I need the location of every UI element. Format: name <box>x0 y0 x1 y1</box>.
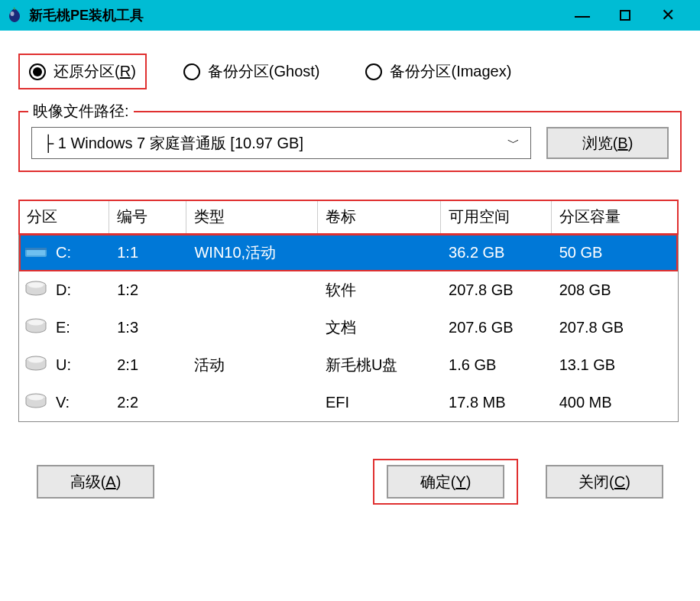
radio-restore-partition[interactable]: 还原分区(R) <box>18 54 147 89</box>
browse-button[interactable]: 浏览(B) <box>546 127 669 159</box>
cell-free: 17.8 MB <box>441 384 552 421</box>
ok-button[interactable]: 确定(Y) <box>387 465 504 499</box>
cell-type <box>186 384 317 421</box>
radio-label: 备份分区(Imagex) <box>390 61 511 82</box>
advanced-button[interactable]: 高级(A) <box>37 465 154 499</box>
window-controls <box>575 8 694 23</box>
maximize-button[interactable] <box>617 8 633 23</box>
radio-unchecked-icon <box>183 63 200 80</box>
chevron-down-icon: ﹀ <box>507 135 520 151</box>
cell-number: 2:1 <box>109 346 186 384</box>
cell-type: 活动 <box>186 346 317 384</box>
cell-capacity: 207.8 GB <box>551 309 677 346</box>
radio-label: 备份分区(Ghost) <box>208 61 320 82</box>
drive-letter: D: <box>56 281 71 299</box>
footer-buttons: 高级(A) 确定(Y) 关闭(C) <box>18 465 682 505</box>
image-path-dropdown[interactable]: ├ 1 Windows 7 家庭普通版 [10.97 GB] ﹀ <box>31 127 531 159</box>
radio-unchecked-icon <box>365 63 382 80</box>
header-free[interactable]: 可用空间 <box>441 200 552 234</box>
svg-point-0 <box>11 11 15 16</box>
cell-capacity: 50 GB <box>551 234 677 272</box>
titlebar: 新毛桃PE装机工具 <box>0 0 700 31</box>
cell-type: WIN10,活动 <box>186 234 317 272</box>
cell-number: 1:3 <box>109 309 186 346</box>
table-row[interactable]: V:2:2EFI17.8 MB400 MB <box>19 384 678 421</box>
cell-free: 207.6 GB <box>441 309 552 346</box>
cell-free: 207.8 GB <box>441 271 552 309</box>
drive-letter: V: <box>56 394 70 411</box>
cell-number: 2:2 <box>109 384 186 421</box>
radio-checked-icon <box>29 63 46 80</box>
svg-point-7 <box>28 320 44 326</box>
header-partition[interactable]: 分区 <box>19 200 109 234</box>
cell-number: 1:2 <box>109 271 186 309</box>
drive-icon <box>24 354 48 376</box>
svg-point-11 <box>28 395 44 401</box>
radio-label: 还原分区(R) <box>53 61 136 82</box>
drive-letter: U: <box>56 356 71 374</box>
cell-number: 1:1 <box>109 234 186 272</box>
app-icon <box>6 7 23 24</box>
cell-label: 新毛桃U盘 <box>317 346 440 384</box>
header-capacity[interactable]: 分区容量 <box>551 200 677 234</box>
cell-capacity: 208 GB <box>551 271 677 309</box>
svg-point-5 <box>28 283 44 288</box>
image-path-selected: ├ 1 Windows 7 家庭普通版 [10.97 GB] <box>43 133 303 154</box>
window-title: 新毛桃PE装机工具 <box>29 6 575 24</box>
partition-table: 分区 编号 类型 卷标 可用空间 分区容量 C:1:1WIN10,活动36.2 … <box>18 200 679 422</box>
ok-highlight: 确定(Y) <box>373 459 518 505</box>
cell-label: 文档 <box>317 309 440 346</box>
minimize-button[interactable] <box>575 8 590 23</box>
cell-label: 软件 <box>317 271 440 309</box>
drive-icon <box>24 279 48 301</box>
header-label[interactable]: 卷标 <box>317 200 440 234</box>
svg-point-9 <box>28 358 44 363</box>
cell-free: 36.2 GB <box>441 234 552 272</box>
svg-rect-3 <box>25 248 47 250</box>
close-app-button[interactable]: 关闭(C) <box>546 465 663 499</box>
table-header-row: 分区 编号 类型 卷标 可用空间 分区容量 <box>19 200 678 234</box>
cell-free: 1.6 GB <box>441 346 552 384</box>
svg-rect-2 <box>27 249 45 255</box>
radio-backup-imagex[interactable]: 备份分区(Imagex) <box>356 55 520 88</box>
table-row[interactable]: C:1:1WIN10,活动36.2 GB50 GB <box>19 234 678 272</box>
mode-radio-group: 还原分区(R) 备份分区(Ghost) 备份分区(Imagex) <box>18 54 682 89</box>
table-row[interactable]: E:1:3文档207.6 GB207.8 GB <box>19 309 678 346</box>
table-row[interactable]: D:1:2软件207.8 GB208 GB <box>19 271 678 309</box>
cell-type <box>186 271 317 309</box>
table-row[interactable]: U:2:1活动新毛桃U盘1.6 GB13.1 GB <box>19 346 678 384</box>
header-type[interactable]: 类型 <box>186 200 317 234</box>
drive-letter: E: <box>56 319 70 336</box>
drive-icon <box>24 242 48 264</box>
cell-type <box>186 309 317 346</box>
image-path-label: 映像文件路径: <box>28 101 134 122</box>
close-button[interactable] <box>660 8 676 23</box>
drive-icon <box>24 391 48 414</box>
radio-backup-ghost[interactable]: 备份分区(Ghost) <box>174 55 329 88</box>
cell-label: EFI <box>317 384 440 421</box>
drive-letter: C: <box>56 244 71 262</box>
cell-label <box>317 234 440 272</box>
cell-capacity: 400 MB <box>551 384 677 421</box>
cell-capacity: 13.1 GB <box>551 346 677 384</box>
image-path-fieldset: 映像文件路径: ├ 1 Windows 7 家庭普通版 [10.97 GB] ﹀… <box>18 111 682 172</box>
drive-icon <box>24 317 48 339</box>
header-number[interactable]: 编号 <box>109 200 186 234</box>
